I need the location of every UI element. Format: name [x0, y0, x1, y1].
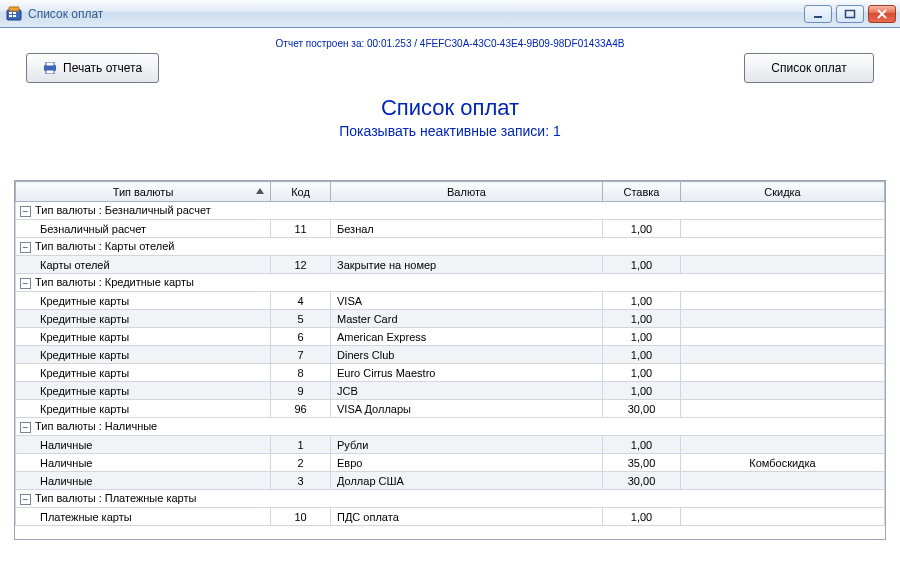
cell-code: 1	[271, 436, 331, 454]
group-label: Тип валюты : Безналичный расчет	[35, 204, 211, 216]
table-row[interactable]: Наличные3Доллар США30,00	[16, 472, 885, 490]
page-subtitle: Показывать неактивные записи: 1	[14, 123, 886, 139]
cell-type: Кредитные карты	[16, 346, 271, 364]
cell-discount	[681, 346, 885, 364]
payment-list-label: Список оплат	[771, 61, 846, 75]
cell-type: Кредитные карты	[16, 292, 271, 310]
report-meta: Отчет построен за: 00:01.253 / 4FEFC30A-…	[14, 38, 886, 49]
cell-currency: VISA Доллары	[331, 400, 603, 418]
col-discount[interactable]: Скидка	[681, 182, 885, 202]
table-row[interactable]: Безналичный расчет11Безнал1,00	[16, 220, 885, 238]
cell-currency: Master Card	[331, 310, 603, 328]
toolbar: Печать отчета Список оплат	[14, 53, 886, 87]
table-row[interactable]: Кредитные карты8Euro Cirrus Maestro1,00	[16, 364, 885, 382]
table-row[interactable]: Кредитные карты6American Express1,00	[16, 328, 885, 346]
col-currency[interactable]: Валюта	[331, 182, 603, 202]
table-row[interactable]: Кредитные карты7Diners Club1,00	[16, 346, 885, 364]
printer-icon	[43, 62, 57, 74]
svg-rect-3	[13, 12, 16, 14]
print-report-label: Печать отчета	[63, 61, 142, 75]
cell-type: Наличные	[16, 436, 271, 454]
cell-discount	[681, 256, 885, 274]
cell-type: Карты отелей	[16, 256, 271, 274]
cell-code: 11	[271, 220, 331, 238]
svg-rect-6	[814, 16, 822, 18]
cell-type: Кредитные карты	[16, 364, 271, 382]
cell-discount	[681, 364, 885, 382]
collapse-icon[interactable]: −	[20, 242, 31, 253]
col-code[interactable]: Код	[271, 182, 331, 202]
group-row[interactable]: −Тип валюты : Наличные	[16, 418, 885, 436]
cell-rate: 1,00	[603, 382, 681, 400]
svg-rect-1	[9, 7, 19, 11]
maximize-button[interactable]	[836, 5, 864, 23]
table-row[interactable]: Кредитные карты96VISA Доллары30,00	[16, 400, 885, 418]
cell-code: 12	[271, 256, 331, 274]
cell-code: 7	[271, 346, 331, 364]
cell-currency: ПДС оплата	[331, 508, 603, 526]
cell-discount	[681, 436, 885, 454]
report-meta-prefix: Отчет построен за:	[276, 38, 365, 49]
table-row[interactable]: Карты отелей12Закрытие на номер1,00	[16, 256, 885, 274]
cell-code: 9	[271, 382, 331, 400]
cell-code: 10	[271, 508, 331, 526]
table-row[interactable]: Наличные2Евро35,00Комбоскидка	[16, 454, 885, 472]
app-icon	[6, 6, 22, 22]
col-currency-type-label: Тип валюты	[113, 186, 174, 198]
payment-list-button[interactable]: Список оплат	[744, 53, 874, 83]
cell-discount	[681, 310, 885, 328]
cell-rate: 30,00	[603, 400, 681, 418]
cell-rate: 1,00	[603, 328, 681, 346]
group-row[interactable]: −Тип валюты : Кредитные карты	[16, 274, 885, 292]
cell-type: Наличные	[16, 454, 271, 472]
cell-discount	[681, 508, 885, 526]
svg-rect-4	[9, 15, 12, 17]
report-meta-guid: 4FEFC30A-43C0-43E4-9B09-98DF01433A4B	[420, 38, 625, 49]
cell-currency: Diners Club	[331, 346, 603, 364]
data-grid[interactable]: Тип валюты Код Валюта Ставка Скидка −Тип…	[15, 181, 885, 526]
table-row[interactable]: Наличные1Рубли1,00	[16, 436, 885, 454]
col-rate[interactable]: Ставка	[603, 182, 681, 202]
group-label: Тип валюты : Наличные	[35, 420, 157, 432]
cell-code: 8	[271, 364, 331, 382]
table-row[interactable]: Кредитные карты4VISA1,00	[16, 292, 885, 310]
table-row[interactable]: Платежные карты10ПДС оплата1,00	[16, 508, 885, 526]
cell-rate: 1,00	[603, 256, 681, 274]
svg-rect-5	[13, 15, 16, 17]
group-label: Тип валюты : Платежные карты	[35, 492, 196, 504]
header-row: Тип валюты Код Валюта Ставка Скидка	[16, 182, 885, 202]
cell-code: 5	[271, 310, 331, 328]
window-title: Список оплат	[28, 7, 804, 21]
group-row[interactable]: −Тип валюты : Платежные карты	[16, 490, 885, 508]
cell-rate: 1,00	[603, 436, 681, 454]
svg-rect-7	[846, 10, 855, 17]
cell-discount	[681, 328, 885, 346]
collapse-icon[interactable]: −	[20, 494, 31, 505]
cell-currency: VISA	[331, 292, 603, 310]
cell-currency: Рубли	[331, 436, 603, 454]
collapse-icon[interactable]: −	[20, 206, 31, 217]
cell-discount	[681, 382, 885, 400]
cell-currency: Euro Cirrus Maestro	[331, 364, 603, 382]
cell-currency: Евро	[331, 454, 603, 472]
svg-rect-2	[9, 12, 12, 14]
cell-code: 2	[271, 454, 331, 472]
collapse-icon[interactable]: −	[20, 422, 31, 433]
table-row[interactable]: Кредитные карты9JCB1,00	[16, 382, 885, 400]
window-titlebar: Список оплат	[0, 0, 900, 28]
col-currency-type[interactable]: Тип валюты	[16, 182, 271, 202]
collapse-icon[interactable]: −	[20, 278, 31, 289]
cell-type: Платежные карты	[16, 508, 271, 526]
cell-currency: American Express	[331, 328, 603, 346]
print-report-button[interactable]: Печать отчета	[26, 53, 159, 83]
table-row[interactable]: Кредитные карты5Master Card1,00	[16, 310, 885, 328]
subtitle-value: 1	[553, 123, 561, 139]
cell-type: Наличные	[16, 472, 271, 490]
group-row[interactable]: −Тип валюты : Карты отелей	[16, 238, 885, 256]
close-button[interactable]	[868, 5, 896, 23]
cell-currency: Доллар США	[331, 472, 603, 490]
cell-rate: 1,00	[603, 292, 681, 310]
minimize-button[interactable]	[804, 5, 832, 23]
group-row[interactable]: −Тип валюты : Безналичный расчет	[16, 202, 885, 220]
sort-asc-icon	[256, 188, 264, 194]
